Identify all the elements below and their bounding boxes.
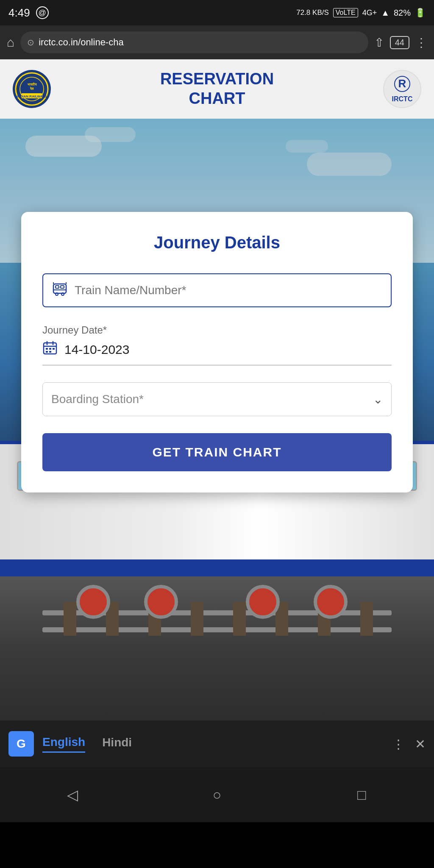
- journey-date-value: 14-10-2023: [64, 342, 129, 357]
- svg-rect-21: [49, 348, 51, 350]
- browser-url-bar[interactable]: ⊙ irctc.co.in/online-cha: [20, 31, 368, 53]
- translate-tab-hindi[interactable]: Hindi: [102, 736, 132, 752]
- irctc-logo: R IRCTC: [383, 70, 421, 108]
- share-button[interactable]: ⇧: [374, 36, 384, 50]
- svg-rect-8: [53, 284, 66, 293]
- train-stripe: [0, 559, 434, 576]
- status-time: 4:49: [8, 6, 30, 19]
- irctc-logo-icon: R: [392, 75, 413, 95]
- svg-rect-22: [53, 348, 55, 350]
- journey-date-section: Journey Date* 14-10-2023: [42, 324, 392, 365]
- status-right: 72.8 KB/S VoLTE 4G+ ▲ 82% 🔋: [296, 8, 426, 18]
- translate-tabs: English Hindi: [42, 735, 384, 753]
- journey-date-label: Journey Date*: [42, 324, 392, 336]
- train-icon: [52, 281, 68, 300]
- hero-section: Journey Details Journey Date*: [0, 119, 434, 822]
- bottom-nav: ◁ ○ □: [0, 767, 434, 822]
- form-title: Journey Details: [42, 233, 392, 252]
- get-train-chart-button[interactable]: GET TRAIN CHART: [42, 433, 392, 471]
- svg-rect-9: [56, 286, 59, 288]
- recents-button[interactable]: □: [347, 780, 376, 810]
- translate-more-button[interactable]: ⋮: [392, 737, 405, 751]
- svg-text:INDIAN RAILWAYS: INDIAN RAILWAYS: [17, 95, 47, 98]
- threads-icon: @: [36, 6, 49, 19]
- browser-home-button[interactable]: ⌂: [7, 35, 14, 50]
- svg-rect-10: [61, 286, 64, 288]
- translate-actions: ⋮ ✕: [392, 737, 426, 751]
- browser-url-text: irctc.co.in/online-cha: [39, 37, 124, 48]
- google-icon: G: [8, 731, 34, 757]
- google-g-letter: G: [17, 737, 26, 751]
- train-input-wrapper[interactable]: [42, 273, 392, 307]
- svg-text:भारतीय: भारतीय: [28, 82, 37, 86]
- indian-railways-logo: भारतीय रेल INDIAN RAILWAYS: [13, 70, 51, 108]
- chevron-down-icon: ⌄: [373, 392, 383, 406]
- battery-icon: 🔋: [415, 8, 426, 18]
- header-title-line1: RESERVATION: [51, 70, 383, 89]
- browser-actions: ⇧ 44 ⋮: [374, 36, 427, 50]
- translate-close-button[interactable]: ✕: [415, 737, 426, 751]
- irctc-header: भारतीय रेल INDIAN RAILWAYS RESERVATION C…: [0, 59, 434, 119]
- translate-tab-english[interactable]: English: [42, 735, 85, 753]
- journey-details-card: Journey Details Journey Date*: [21, 212, 413, 492]
- svg-rect-23: [46, 351, 48, 353]
- network-type: 4G+: [362, 8, 377, 17]
- svg-rect-24: [49, 351, 51, 353]
- svg-point-12: [56, 293, 58, 295]
- browser-more-button[interactable]: ⋮: [415, 36, 427, 50]
- volte-badge: VoLTE: [333, 8, 358, 17]
- sleeper-5: [233, 602, 246, 636]
- url-security-icon: ⊙: [27, 37, 34, 47]
- boarding-station-placeholder: Boarding Station*: [51, 392, 144, 406]
- sleeper-1: [64, 602, 76, 636]
- svg-rect-20: [46, 348, 48, 350]
- google-translate-bar: G English Hindi ⋮ ✕: [0, 721, 434, 767]
- status-left: 4:49 @: [8, 6, 49, 19]
- irctc-label: IRCTC: [392, 95, 413, 103]
- boarding-station-select[interactable]: Boarding Station* ⌄: [42, 382, 392, 416]
- svg-text:रेल: रेल: [30, 86, 34, 91]
- journey-date-wrapper[interactable]: 14-10-2023: [42, 340, 392, 365]
- svg-text:R: R: [398, 77, 406, 90]
- calendar-icon: [42, 340, 58, 359]
- network-speed: 72.8 KB/S: [296, 9, 329, 17]
- status-bar: 4:49 @ 72.8 KB/S VoLTE 4G+ ▲ 82% 🔋: [0, 0, 434, 25]
- wheel-4: [314, 585, 348, 619]
- header-title-line2: CHART: [51, 89, 383, 108]
- wheel-1: [76, 585, 110, 619]
- tab-count-badge[interactable]: 44: [390, 36, 409, 49]
- home-button[interactable]: ○: [202, 780, 232, 810]
- train-name-input[interactable]: [75, 284, 382, 297]
- sleeper-4: [191, 602, 203, 636]
- wheel-3: [246, 585, 280, 619]
- browser-bar: ⌂ ⊙ irctc.co.in/online-cha ⇧ 44 ⋮: [0, 25, 434, 59]
- battery-level: 82%: [394, 8, 411, 18]
- wheel-2: [144, 585, 178, 619]
- signal-icon: ▲: [381, 8, 389, 18]
- sleeper-8: [360, 602, 373, 636]
- rail-right: [42, 627, 392, 632]
- back-button[interactable]: ◁: [58, 780, 87, 810]
- page-title: RESERVATION CHART: [51, 70, 383, 108]
- svg-point-13: [61, 293, 64, 295]
